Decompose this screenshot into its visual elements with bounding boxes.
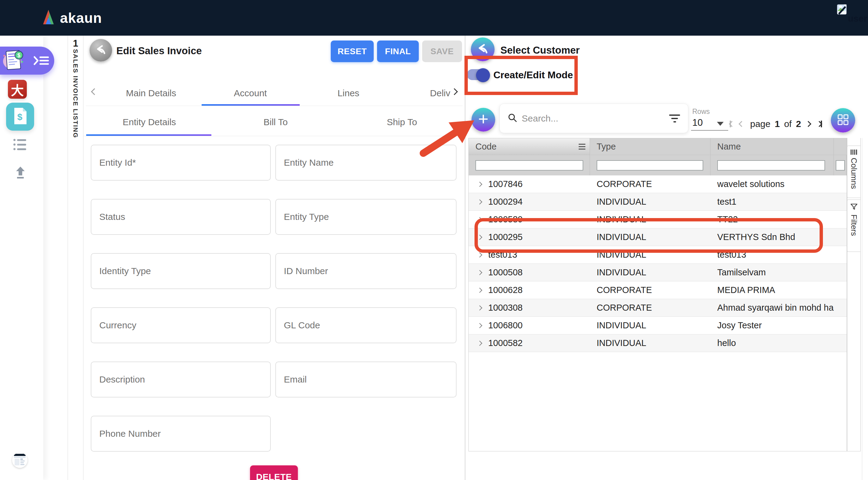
rows-per-page-select[interactable]: 10 <box>692 117 703 128</box>
next-page-button[interactable] <box>806 122 810 126</box>
cell-name: VERTHYS Sdn Bhd <box>717 232 795 242</box>
sidebar-item-listing[interactable] <box>13 139 27 153</box>
cell-type: INDIVIDUAL <box>597 197 646 207</box>
save-button[interactable]: SAVE <box>422 40 462 62</box>
da-app-glyph: 大 <box>11 80 24 99</box>
plus-icon: + <box>478 110 489 128</box>
first-page-button[interactable] <box>730 121 734 127</box>
filters-side-tab[interactable]: Filters <box>847 200 861 252</box>
subtab[interactable]: Bill To <box>213 108 339 136</box>
table-row[interactable]: 1000580 INDIVIDUAL TT22 <box>469 211 847 229</box>
row-expand-chevron[interactable] <box>477 270 483 275</box>
form-field[interactable]: Description <box>91 362 271 397</box>
columns-side-tab[interactable]: Columns <box>847 146 861 198</box>
tab[interactable]: Delivery <box>398 81 451 106</box>
cell-type: INDIVIDUAL <box>597 267 646 277</box>
cell-code: 1000295 <box>488 232 523 242</box>
column-menu-icon[interactable] <box>579 144 585 150</box>
cell-name: test013 <box>717 250 746 260</box>
tabs-scroll-right-button[interactable] <box>452 89 457 95</box>
row-expand-chevron[interactable] <box>477 305 483 310</box>
filter-input-extra[interactable] <box>836 160 845 171</box>
form-field[interactable]: Phone Number <box>91 416 271 452</box>
form-field[interactable]: Email <box>275 362 457 397</box>
table-row[interactable]: 1000582 INDIVIDUAL hello <box>469 334 847 352</box>
form-field[interactable]: GL Code <box>275 307 457 343</box>
row-expand-chevron[interactable] <box>477 199 483 204</box>
reset-button[interactable]: RESET <box>331 40 374 62</box>
column-header-type[interactable]: Type <box>590 138 711 155</box>
row-expand-chevron[interactable] <box>477 182 483 187</box>
table-row[interactable]: 1000628 CORPORATE MEDIA PRIMA <box>469 281 847 299</box>
sidebar-item-sales-invoice-active[interactable]: $ <box>0 47 54 74</box>
table-row[interactable]: 1000508 INDIVIDUAL Tamilselvam <box>469 264 847 281</box>
create-edit-mode-label: Create/Edit Mode <box>493 69 573 81</box>
current-page-number: 1 <box>775 119 780 129</box>
sidebar-item-invoice-doc[interactable]: $ <box>6 102 34 131</box>
add-customer-button[interactable]: + <box>471 108 495 131</box>
filter-input-name[interactable] <box>717 160 825 171</box>
invoice-tabs: Main DetailsAccountLinesDelivery <box>101 81 451 106</box>
form-field[interactable]: Identity Type <box>91 253 271 289</box>
row-expand-chevron[interactable] <box>477 340 483 346</box>
last-page-button[interactable] <box>817 121 822 127</box>
entity-details-form: Entity Id*Entity NameStatusEntity TypeId… <box>91 145 457 452</box>
table-row[interactable]: test013 INDIVIDUAL test013 <box>469 246 847 264</box>
form-field[interactable]: Entity Id* <box>91 145 271 181</box>
close-select-customer-button[interactable] <box>471 37 495 61</box>
form-field[interactable]: Status <box>91 199 271 235</box>
back-button[interactable] <box>90 39 112 62</box>
row-expand-chevron[interactable] <box>477 288 483 293</box>
sidebar-item-da-app[interactable]: 大 <box>8 80 27 99</box>
subtab[interactable]: Entity Details <box>86 108 213 136</box>
form-field[interactable]: Entity Type <box>275 199 457 235</box>
sidebar-item-upload[interactable] <box>14 166 27 181</box>
columns-icon <box>850 150 857 155</box>
filter-input-code[interactable] <box>475 160 583 171</box>
column-header-code[interactable]: Code <box>469 138 590 155</box>
subtab[interactable]: Ship To <box>339 108 465 136</box>
form-field[interactable]: ID Number <box>275 253 457 289</box>
tabs-scroll-left-button[interactable] <box>92 89 97 95</box>
sales-invoice-listing-tab[interactable]: SALES INVOICE LISTING <box>72 49 79 138</box>
row-expand-chevron[interactable] <box>477 323 483 328</box>
search-input[interactable] <box>522 113 669 124</box>
delete-button[interactable]: DELETE <box>250 466 298 480</box>
create-edit-mode-toggle-knob[interactable] <box>476 68 490 82</box>
total-pages-number: 2 <box>796 119 801 129</box>
filter-input-type[interactable] <box>597 160 703 171</box>
broken-image-icon <box>837 11 847 16</box>
filter-sort-icon[interactable] <box>669 115 680 122</box>
chevron-down-icon[interactable] <box>717 122 724 126</box>
search-icon <box>508 113 518 124</box>
form-field[interactable]: Currency <box>91 307 271 343</box>
cell-type: INDIVIDUAL <box>597 321 646 330</box>
row-expand-chevron[interactable] <box>477 235 483 240</box>
table-row[interactable]: 1007846 CORPORATE wavelet solutions <box>469 175 847 193</box>
table-row[interactable]: 1000294 INDIVIDUAL test1 <box>469 193 847 211</box>
screen-preview-thumbnail[interactable] <box>12 453 27 468</box>
cell-type: INDIVIDUAL <box>597 214 646 224</box>
panel-edge-line <box>862 138 862 480</box>
cell-code: 1000294 <box>488 197 523 207</box>
tab[interactable]: Main Details <box>101 81 201 106</box>
previous-page-button[interactable] <box>740 122 744 126</box>
select-customer-panel: Select Customer Create/Edit Mode + Rows … <box>465 36 868 480</box>
grid-view-button[interactable] <box>831 108 855 132</box>
column-header-name[interactable]: Name <box>711 138 834 155</box>
logo-text: akaun <box>60 10 102 26</box>
row-expand-chevron[interactable] <box>477 217 483 222</box>
rows-per-page-label: Rows <box>692 108 710 116</box>
form-field[interactable]: Entity Name <box>275 145 457 181</box>
row-expand-chevron[interactable] <box>477 252 483 258</box>
table-row[interactable]: 1000308 CORPORATE Ahmad syarqawi bin moh… <box>469 299 847 317</box>
user-avatar[interactable]: user <box>837 4 867 17</box>
user-avatar-alt-text: user <box>848 13 867 24</box>
table-row[interactable]: 1000295 INDIVIDUAL VERTHYS Sdn Bhd <box>469 229 847 246</box>
final-button[interactable]: FINAL <box>377 40 419 62</box>
tab[interactable]: Lines <box>299 81 398 106</box>
akaun-logo[interactable]: akaun <box>40 8 102 27</box>
tab[interactable]: Account <box>201 81 299 106</box>
open-listing-tab-strip: 1 SALES INVOICE LISTING <box>68 36 84 480</box>
table-row[interactable]: 1006800 INDIVIDUAL Josy Tester <box>469 317 847 334</box>
